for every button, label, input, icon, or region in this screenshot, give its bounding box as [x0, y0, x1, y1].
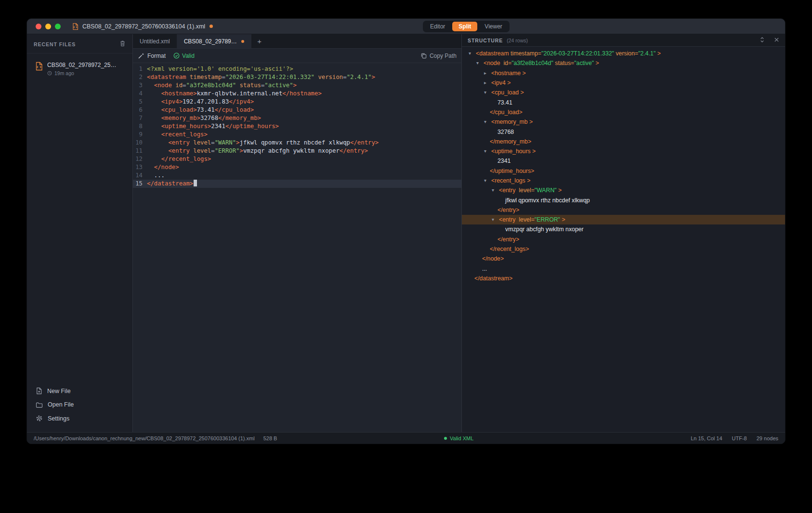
tree-row[interactable]: </recent_logs>	[462, 244, 785, 254]
code-line[interactable]: 1<?xml version='1.0' encoding='us-ascii'…	[133, 65, 461, 73]
tree-row[interactable]: ▾<cpu_load >	[462, 88, 785, 97]
gear-icon	[36, 415, 43, 422]
chevron-down-icon[interactable]: ▾	[492, 217, 499, 222]
close-window-button[interactable]	[36, 24, 41, 29]
tree-row[interactable]: </uptime_hours>	[462, 166, 785, 176]
syntax-token: <recent_logs >	[491, 177, 530, 184]
syntax-token: "a3f2e8b1c04d"	[186, 82, 236, 89]
syntax-token: <hostname >	[491, 70, 526, 77]
line-number: 13	[133, 163, 143, 171]
settings-button[interactable]: Settings	[33, 411, 127, 425]
chevron-right-icon[interactable]: ▸	[484, 71, 491, 76]
tree-row[interactable]: </entry>	[462, 205, 785, 215]
tab-untitled[interactable]: Untitled.xml	[133, 34, 177, 48]
recent-file-name: CBS08_02_2978972_2507600336104 (1).xml	[47, 62, 119, 68]
tree-row[interactable]: </memory_mb>	[462, 137, 785, 146]
code-line[interactable]: 5 <ipv4>192.47.201.83</ipv4>	[133, 98, 461, 106]
tree-row[interactable]: 32768	[462, 127, 785, 136]
tree-row[interactable]: </node>	[462, 254, 785, 263]
syntax-token: "2026-03-27T14:22:01.332"	[541, 50, 614, 57]
code-line[interactable]: 13 </node>	[133, 163, 461, 171]
syntax-token: <memory_mb >	[491, 118, 533, 125]
chevron-down-icon[interactable]: ▾	[484, 149, 491, 154]
code-line[interactable]: 15</datastream>	[133, 180, 461, 188]
tree-row[interactable]: vmzpqr abcfgh ywkltm nxoper	[462, 224, 785, 234]
line-number: 3	[133, 81, 143, 90]
open-file-button[interactable]: Open File	[33, 398, 127, 411]
tree-row[interactable]: </cpu_load>	[462, 107, 785, 117]
recent-file-time: 19m ago	[47, 70, 119, 76]
tab-current-file[interactable]: CBS08_02_2978972_2507600336104 (1).xml	[177, 34, 251, 48]
modified-indicator-dot	[210, 25, 213, 28]
encoding: UTF-8	[732, 435, 747, 441]
tree-row[interactable]: ▾<recent_logs >	[462, 176, 785, 185]
tree-row[interactable]: ▾<entry level="ERROR" >	[462, 215, 785, 224]
syntax-token: timestamp=	[509, 50, 541, 57]
code-line-text: <uptime_hours>2341</uptime_hours>	[143, 122, 279, 131]
syntax-token: <cpu_load>	[161, 106, 197, 113]
tree-row[interactable]: ▾<node id="a3f2e8b1c04d" status="active"…	[462, 58, 785, 68]
code-area[interactable]: 1<?xml version='1.0' encoding='us-ascii'…	[133, 63, 461, 432]
syntax-token: </datastream>	[474, 275, 512, 282]
syntax-token: <ipv4>	[161, 98, 183, 105]
code-line[interactable]: 6 <cpu_load>73.41</cpu_load>	[133, 106, 461, 114]
syntax-token: </entry>	[498, 236, 519, 243]
syntax-token: 73.41	[498, 99, 512, 106]
minimize-window-button[interactable]	[45, 24, 51, 29]
code-line[interactable]: 10 <entry level="WARN">jfkwl qpomvx rthz…	[133, 139, 461, 147]
tree-row[interactable]: </entry>	[462, 235, 785, 244]
syntax-token: <ipv4 >	[491, 79, 511, 86]
code-line[interactable]: 12 </recent_logs>	[133, 155, 461, 163]
code-line[interactable]: 4 <hostname>kxmr-qlbvtw.internal.net</ho…	[133, 90, 461, 98]
syntax-token: <entry	[168, 147, 189, 154]
syntax-token: <recent_logs>	[161, 131, 208, 138]
code-line-text: <memory_mb>32768</memory_mb>	[143, 114, 261, 122]
tree-row[interactable]: </datastream>	[462, 274, 785, 283]
chevron-down-icon[interactable]: ▾	[469, 51, 476, 56]
tree-row[interactable]: 2341	[462, 156, 785, 166]
syntax-token: </cpu_load>	[215, 106, 254, 113]
chevron-down-icon[interactable]: ▾	[484, 178, 491, 183]
tree-row[interactable]: 73.41	[462, 97, 785, 107]
syntax-token: <entry	[499, 187, 516, 194]
zoom-window-button[interactable]	[55, 24, 61, 29]
syntax-token: "a3f2e8b1c04d"	[511, 60, 553, 66]
code-line[interactable]: 7 <memory_mb>32768</memory_mb>	[133, 114, 461, 122]
new-file-button[interactable]: New File	[33, 384, 127, 398]
close-structure-button[interactable]	[774, 37, 779, 44]
structure-pane: STRUCTURE (24 rows) ▾<datastream timesta…	[461, 34, 785, 432]
chevron-down-icon[interactable]: ▾	[492, 188, 499, 193]
tree-row[interactable]: ▾<uptime_hours >	[462, 146, 785, 156]
tree-row[interactable]: jfkwl qpomvx rthz nbcdef xlkwqp	[462, 195, 785, 205]
code-line[interactable]: 9 <recent_logs>	[133, 131, 461, 139]
code-line[interactable]: 11 <entry level="ERROR">vmzpqr abcfgh yw…	[133, 147, 461, 155]
code-line[interactable]: 2<datastream timestamp="2026-03-27T14:22…	[133, 73, 461, 81]
chevron-right-icon[interactable]: ▸	[484, 80, 491, 85]
syntax-token: 2341	[498, 158, 511, 164]
copy-path-button[interactable]: Copy Path	[420, 53, 457, 59]
viewer-mode-button[interactable]: Viewer	[478, 22, 508, 31]
format-button[interactable]: Format	[138, 53, 166, 59]
chevron-down-icon[interactable]: ▾	[484, 90, 491, 95]
code-line[interactable]: 3 <node id="a3f2e8b1c04d" status="active…	[133, 81, 461, 90]
recent-file-item[interactable]: CBS08_02_2978972_2507600336104 (1).xml 1…	[31, 57, 129, 80]
tree-row[interactable]: ▸<hostname >	[462, 68, 785, 78]
syntax-token: <?xml version='1.0' encoding='us-ascii'?…	[147, 66, 293, 72]
code-line[interactable]: 14 ...	[133, 171, 461, 180]
syntax-token: vmzpqr abcfgh ywkltm nxoper	[505, 226, 584, 233]
code-line[interactable]: 8 <uptime_hours>2341</uptime_hours>	[133, 122, 461, 131]
tree-row[interactable]: ▾<datastream timestamp="2026-03-27T14:22…	[462, 49, 785, 58]
chevron-down-icon[interactable]: ▾	[484, 119, 491, 124]
tree-row[interactable]: ▾<memory_mb >	[462, 117, 785, 127]
syntax-token: 32768	[200, 115, 218, 121]
new-tab-button[interactable]: +	[251, 34, 268, 48]
clear-recent-button[interactable]	[119, 40, 126, 48]
editor-mode-button[interactable]: Editor	[424, 22, 451, 31]
syntax-token: status=	[553, 60, 574, 66]
tree-row[interactable]: ...	[462, 264, 785, 274]
chevron-down-icon[interactable]: ▾	[476, 61, 484, 66]
tree-row[interactable]: ▾<entry level="WARN" >	[462, 185, 785, 195]
tree-row[interactable]: ▸<ipv4 >	[462, 78, 785, 88]
expand-all-button[interactable]	[759, 37, 765, 44]
split-mode-button[interactable]: Split	[452, 22, 477, 31]
